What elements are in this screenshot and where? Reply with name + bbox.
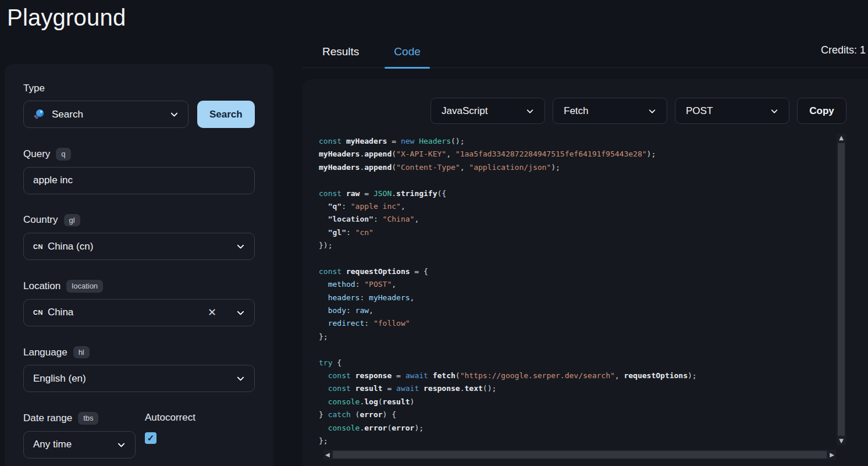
code-line: headers: myHeaders,: [319, 291, 838, 304]
code-line: };: [319, 330, 838, 343]
copy-button[interactable]: Copy: [797, 98, 846, 124]
type-select[interactable]: Search: [23, 101, 188, 128]
search-options-sidebar: Type Search Search Query q apple inc Cou…: [5, 64, 273, 466]
location-combobox[interactable]: CN China ✕: [23, 299, 255, 326]
code-line: [319, 343, 838, 356]
clear-location-icon[interactable]: ✕: [208, 306, 216, 319]
tab-results[interactable]: Results: [313, 43, 368, 67]
type-label: Type: [23, 83, 255, 94]
query-param-badge: q: [56, 148, 70, 161]
language-param-badge: hl: [73, 346, 90, 359]
code-line: const result = await response.text();: [319, 382, 838, 395]
code-line: [319, 174, 838, 187]
type-label-text: Type: [23, 83, 45, 94]
scroll-left-icon[interactable]: ◀: [325, 452, 330, 458]
chevron-down-icon: [117, 440, 126, 449]
method-dropdown-value: POST: [686, 105, 763, 117]
chevron-down-icon: [526, 107, 534, 115]
query-input-value: apple inc: [33, 175, 245, 186]
chevron-down-icon: [648, 107, 656, 115]
language-select-value: English (en): [33, 373, 229, 385]
code-line: };: [319, 435, 838, 447]
tab-code[interactable]: Code: [385, 43, 429, 67]
location-flag-icon: CN: [33, 309, 43, 316]
date-range-value: Any time: [33, 439, 110, 450]
chevron-down-icon: [236, 308, 245, 317]
tabs-bar: Results Code: [303, 43, 868, 68]
code-line: const response = await fetch("https://go…: [319, 369, 838, 382]
code-panel: JavaScript Fetch POST Copy const myHeade…: [303, 79, 868, 466]
type-select-value: Search: [52, 109, 163, 120]
location-param-badge: location: [66, 280, 103, 293]
autocorrect-checkbox[interactable]: ✓: [145, 432, 156, 444]
code-line: console.log(result): [319, 396, 838, 408]
autocorrect-label: Autocorrect: [145, 412, 195, 424]
country-param-badge: gl: [64, 214, 80, 227]
vertical-scrollbar[interactable]: ▲ ▼: [837, 134, 846, 445]
code-snippet[interactable]: const myHeaders = new Headers();myHeader…: [319, 135, 838, 447]
code-line: });: [319, 239, 838, 252]
country-label: Country: [23, 214, 58, 226]
client-dropdown[interactable]: Fetch: [553, 98, 667, 124]
chevron-down-icon: [236, 242, 245, 251]
code-line: "location": "China",: [319, 213, 838, 226]
language-label: Language: [23, 347, 67, 358]
country-select-value: China (cn): [48, 241, 229, 252]
chevron-down-icon: [170, 110, 179, 119]
code-line: const requestOptions = {: [319, 265, 838, 278]
code-line: console.error(error);: [319, 422, 838, 435]
horizontal-scrollbar-thumb[interactable]: [333, 451, 827, 458]
code-line: } catch (error) {: [319, 408, 838, 421]
country-select[interactable]: CN China (cn): [23, 233, 255, 260]
date-range-param-badge: tbs: [78, 412, 98, 425]
code-line: const myHeaders = new Headers();: [319, 135, 838, 148]
code-line: [319, 252, 838, 265]
language-dropdown-value: JavaScript: [442, 105, 519, 117]
vertical-scrollbar-thumb[interactable]: [838, 143, 845, 436]
chevron-down-icon: [770, 107, 778, 115]
country-flag-icon: CN: [33, 243, 43, 250]
language-select[interactable]: English (en): [23, 365, 255, 392]
scroll-down-icon[interactable]: ▼: [839, 438, 844, 444]
magnifier-icon: [33, 109, 45, 120]
scroll-up-icon[interactable]: ▲: [839, 135, 844, 141]
query-label: Query: [23, 148, 50, 160]
location-label: Location: [23, 280, 61, 292]
code-line: "gl": "cn": [319, 226, 838, 239]
code-line: myHeaders.append("X-API-KEY", "1aa5fad33…: [319, 148, 838, 161]
date-range-select[interactable]: Any time: [23, 431, 136, 458]
code-line: "q": "apple inc",: [319, 200, 838, 213]
code-line: myHeaders.append("Content-Type", "applic…: [319, 161, 838, 174]
search-button[interactable]: Search: [197, 101, 255, 128]
code-line: try {: [319, 357, 838, 369]
scroll-right-icon[interactable]: ▶: [830, 452, 834, 458]
page-title: Playground: [7, 5, 126, 31]
query-input[interactable]: apple inc: [23, 167, 255, 194]
code-line: redirect: "follow": [319, 317, 838, 330]
client-dropdown-value: Fetch: [564, 105, 641, 117]
code-line: method: "POST",: [319, 278, 838, 291]
method-dropdown[interactable]: POST: [675, 98, 789, 124]
language-dropdown[interactable]: JavaScript: [431, 98, 545, 124]
code-line: body: raw,: [319, 304, 838, 317]
horizontal-scrollbar[interactable]: ◀ ▶: [323, 450, 836, 460]
code-line: const raw = JSON.stringify({: [319, 187, 838, 200]
date-range-label: Date range: [23, 412, 72, 424]
chevron-down-icon: [236, 374, 245, 383]
location-value: China: [48, 307, 208, 318]
